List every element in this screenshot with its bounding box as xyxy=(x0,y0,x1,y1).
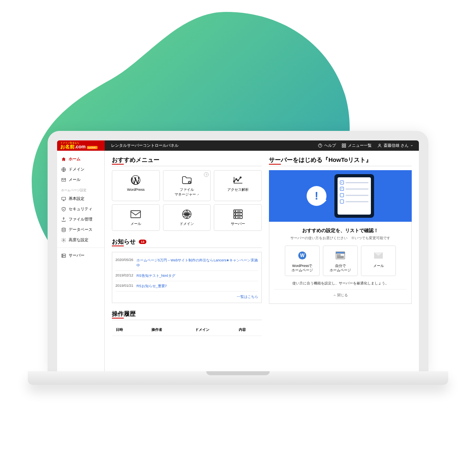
svg-point-29 xyxy=(235,214,236,215)
howto-card-self[interactable]: 自分で ホームページ xyxy=(323,246,358,276)
sidebar-item-advanced[interactable]: 高度な設定 xyxy=(57,235,104,245)
help-badge-icon[interactable]: ? xyxy=(204,172,209,177)
wordpress-icon: W xyxy=(296,249,309,262)
news-more-link[interactable]: 一覧はこちら xyxy=(237,295,258,299)
svg-point-15 xyxy=(62,256,63,257)
grid-icon xyxy=(342,143,346,148)
history-header-row: 日時 操作者 ドメイン 内容 xyxy=(112,324,262,336)
exclamation-bubble-icon: ! xyxy=(307,186,326,206)
howto-subtitle: サーバーの使い方をお選びください ※いつでも変更可能です xyxy=(274,236,407,241)
howto-section: サーバーをはじめる『HowToリスト』 ! ✓ ✓ おすすめの設定を、リストで確… xyxy=(269,156,412,304)
app-title: レンタルサーバーコントロールパネル xyxy=(105,143,185,148)
svg-point-21 xyxy=(240,177,241,178)
card-domain[interactable]: WWW ドメイン xyxy=(163,204,211,231)
menu-list-link[interactable]: メニュー一覧 xyxy=(342,143,372,148)
svg-point-30 xyxy=(235,217,236,218)
chart-icon xyxy=(232,175,244,186)
upload-icon xyxy=(61,217,66,222)
svg-rect-9 xyxy=(62,197,66,200)
news-item[interactable]: 2019/02/12 RS告知テスト_htmlタグ xyxy=(115,271,258,281)
server-icon xyxy=(61,253,66,258)
howto-heading: おすすめの設定を、リストで確認！ xyxy=(274,227,407,234)
howto-card-mail[interactable]: メール xyxy=(361,246,396,276)
server-rack-icon xyxy=(233,209,243,220)
svg-rect-37 xyxy=(337,257,344,258)
card-analytics[interactable]: アクセス解析 xyxy=(214,170,262,201)
sidebar-item-database[interactable]: データベース xyxy=(57,225,104,235)
news-count-badge: 13 xyxy=(139,240,146,244)
sidebar-item-domain[interactable]: ドメイン xyxy=(57,164,104,175)
svg-rect-35 xyxy=(337,255,340,255)
close-button[interactable]: 閉じる xyxy=(274,289,407,298)
help-link[interactable]: ヘルプ xyxy=(318,143,336,148)
top-bar: ドメイン取るなら お名前 .com byGMO レンタルサーバーコントロールパネ… xyxy=(57,140,419,151)
user-icon xyxy=(377,143,382,148)
howto-title: サーバーをはじめる『HowToリスト』 xyxy=(269,156,412,166)
sidebar-item-mail[interactable]: メール xyxy=(57,175,104,185)
recommend-title: おすすめメニュー xyxy=(112,156,262,166)
www-icon: WWW xyxy=(182,209,192,220)
mail-icon xyxy=(61,177,66,182)
howto-card-wordpress[interactable]: W WordPressで ホームページ xyxy=(285,246,320,276)
svg-rect-34 xyxy=(336,252,345,253)
svg-rect-4 xyxy=(342,146,344,148)
card-server[interactable]: サーバー xyxy=(214,204,262,231)
sidebar-item-basic[interactable]: 基本設定 xyxy=(57,194,104,204)
svg-text:WWW: WWW xyxy=(184,214,190,216)
svg-point-20 xyxy=(237,180,238,181)
news-item[interactable]: 2019/01/21 RSお知らせ_重要7 xyxy=(115,281,258,292)
svg-point-6 xyxy=(379,144,380,146)
svg-point-11 xyxy=(63,239,64,240)
help-icon xyxy=(318,143,322,148)
sidebar-item-security[interactable]: セキュリティ xyxy=(57,204,104,214)
howto-desc: 使い方に合う機能を設定し、サーバーを最適化しましょう。 xyxy=(274,281,407,286)
card-mail[interactable]: メール xyxy=(112,204,160,231)
folder-icon xyxy=(181,175,192,186)
wordpress-icon xyxy=(131,175,141,186)
sidebar-item-file[interactable]: ファイル管理 xyxy=(57,214,104,225)
recommend-section: おすすめメニュー WordPress ? ファイル マネージャー↗ アクセス解析 xyxy=(112,156,262,231)
svg-rect-2 xyxy=(342,144,344,146)
chevron-up-icon xyxy=(333,294,336,297)
database-icon xyxy=(61,227,66,232)
history-title: 操作履歴 xyxy=(112,310,262,320)
home-icon xyxy=(61,157,66,162)
sidebar: ホーム ドメイン メール ホームページ設定 基本設定 セキュリティ ファイル管理… xyxy=(57,151,105,373)
globe-icon xyxy=(61,167,66,172)
svg-point-18 xyxy=(233,181,234,182)
news-item[interactable]: 2020/05/26 ホームページ5万円～Webサイト制作の外注ならLancer… xyxy=(115,255,258,271)
user-menu[interactable]: 斎藤信雄 さん xyxy=(377,143,413,148)
gear-icon xyxy=(61,238,66,243)
svg-point-14 xyxy=(62,254,63,255)
brand-logo[interactable]: ドメイン取るなら お名前 .com byGMO xyxy=(57,140,105,151)
howto-hero: ! ✓ ✓ xyxy=(269,170,412,222)
laptop-mockup: ドメイン取るなら お名前 .com byGMO レンタルサーバーコントロールパネ… xyxy=(28,131,448,424)
laptop-base xyxy=(28,371,448,385)
svg-rect-36 xyxy=(337,256,344,257)
chevron-down-icon xyxy=(410,144,413,147)
shield-icon xyxy=(61,207,66,212)
monitor-icon xyxy=(61,196,66,202)
page-icon xyxy=(334,249,347,262)
news-title: お知らせ 13 xyxy=(112,238,262,248)
svg-rect-22 xyxy=(131,211,140,218)
sidebar-group-label: ホームページ設定 xyxy=(57,185,104,194)
mail-icon xyxy=(372,249,385,262)
svg-point-19 xyxy=(236,178,237,180)
news-section: お知らせ 13 2020/05/26 ホームページ5万円～Webサイト制作の外注… xyxy=(112,238,262,303)
svg-point-10 xyxy=(62,228,65,229)
mail-icon xyxy=(130,209,141,220)
history-section: 操作履歴 日時 操作者 ドメイン 内容 xyxy=(112,310,262,336)
svg-rect-3 xyxy=(344,144,346,146)
card-wordpress[interactable]: WordPress xyxy=(112,170,160,201)
svg-rect-5 xyxy=(344,146,346,148)
external-link-icon: ↗ xyxy=(197,193,199,196)
checklist-graphic-icon: ✓ ✓ xyxy=(334,174,374,218)
svg-text:W: W xyxy=(300,253,305,258)
card-file-manager[interactable]: ? ファイル マネージャー↗ xyxy=(163,170,211,201)
sidebar-item-home[interactable]: ホーム xyxy=(57,154,104,164)
svg-point-28 xyxy=(235,211,236,212)
sidebar-item-server[interactable]: サーバー xyxy=(57,250,104,261)
